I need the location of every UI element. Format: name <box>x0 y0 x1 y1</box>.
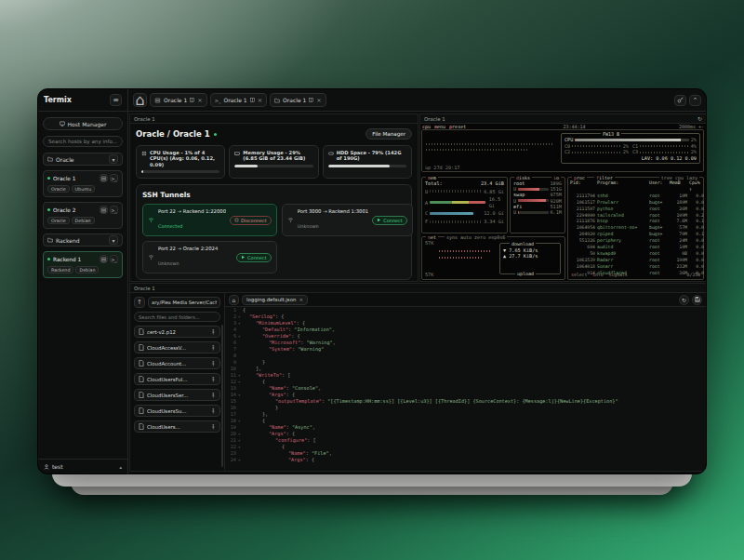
open-terminal-icon[interactable] <box>100 174 108 182</box>
stat-card-hdd: HDD Space - 79% (142G of 190G) <box>323 145 412 179</box>
tunnel-status: Connected <box>158 223 182 229</box>
code-line: 15 "outputTemplate": "[{Timestamp:HH:mm:… <box>225 398 706 405</box>
close-icon[interactable]: × <box>299 297 303 302</box>
pin-icon[interactable] <box>210 377 216 382</box>
code-line: 9 } <box>225 359 706 366</box>
host-item-oracle-2[interactable]: Oracle 2 >_ OracleDebian <box>43 202 123 229</box>
pane-label: Oracle 1 <box>134 286 155 291</box>
file-search-input[interactable] <box>134 312 220 322</box>
file-item[interactable]: CloudAccessV... <box>134 341 220 353</box>
terminal-prompt-icon[interactable]: >_ <box>110 206 118 214</box>
sidebar-footer[interactable]: test ▴ <box>38 459 127 473</box>
reload-file-icon[interactable]: ↻ <box>679 295 689 305</box>
pin-icon[interactable] <box>210 408 216 414</box>
open-terminal-icon[interactable] <box>100 255 108 263</box>
file-manager-button[interactable]: File Manager <box>365 128 412 140</box>
stop-icon <box>234 218 239 222</box>
hdd-icon <box>328 151 334 162</box>
file-manager-pane: Oracle 1 ↑ cert-v2.p12 CloudAccessV... C… <box>129 283 707 472</box>
host-tag: Ubuntu <box>72 185 96 193</box>
ssh-tunnels-title: SSH Tunnels <box>142 191 405 199</box>
pin-icon[interactable] <box>210 361 216 367</box>
disconnect-button[interactable]: Disconnect <box>230 216 272 225</box>
server-stats-pane: Oracle 1 Oracle / Oracle 1 File Manager … <box>129 113 418 282</box>
pin-icon[interactable] <box>210 393 216 398</box>
file-icon <box>139 344 144 351</box>
code-line: 12▾ { <box>225 379 706 385</box>
editor-home-icon[interactable]: ⌂ <box>229 295 239 305</box>
chevron-down-icon[interactable]: ▾ <box>109 154 118 164</box>
folder-icon <box>274 98 280 103</box>
editor-tab[interactable]: logging.default.json × <box>242 295 308 305</box>
file-item[interactable]: CloudUsers... <box>134 420 220 433</box>
btop-terminal[interactable]: cpumenupreset 23:44:142000ms +- up 27d 2… <box>420 124 706 281</box>
file-icon <box>139 328 144 335</box>
split-icon[interactable] <box>190 98 194 102</box>
chevron-down-icon[interactable]: ▾ <box>109 235 118 245</box>
chevron-up-icon[interactable]: ▴ <box>119 464 122 470</box>
code-line: 3▾ "MinimumLevel": { <box>225 320 706 327</box>
host-tag: Debian <box>72 217 95 224</box>
server-icon <box>154 98 161 103</box>
file-icon <box>139 360 144 367</box>
close-icon[interactable]: × <box>197 97 202 104</box>
pin-icon[interactable] <box>210 345 216 351</box>
collapse-icon[interactable]: ⌃ <box>689 95 701 106</box>
terminal-prompt-icon[interactable]: >_ <box>110 255 118 263</box>
folder-row-rackend[interactable]: Rackend▾ <box>43 233 123 247</box>
code-line: 8 <box>225 353 706 359</box>
host-item-oracle-1[interactable]: Oracle 1 >_ OracleUbuntu <box>43 170 123 197</box>
footer-username: test <box>52 463 63 470</box>
folder-row-oracle[interactable]: Oracle▾ <box>43 153 123 166</box>
close-icon[interactable]: × <box>316 97 321 104</box>
breadcrumb: Oracle / Oracle 1 <box>136 129 210 139</box>
stat-card-cpu: CPU Usage - 1% of 4 CPU(s) (Avg: 0.06, 0… <box>136 145 225 179</box>
menu-icon[interactable]: ≡ <box>110 94 122 106</box>
split-icon[interactable] <box>309 98 313 102</box>
tab-terminal-oracle-1[interactable]: >_ Oracle 1 × <box>210 93 267 107</box>
code-line: 5▾ "Override": { <box>225 333 706 340</box>
close-icon[interactable]: × <box>258 97 262 104</box>
tab-folder-oracle-1[interactable]: Oracle 1 × <box>270 93 326 107</box>
file-icon <box>139 423 144 430</box>
home-button[interactable]: ⌂ <box>133 93 147 107</box>
code-editor[interactable]: 1 {2▾ "Serilog": {3▾ "MinimumLevel": {4 … <box>225 307 706 471</box>
file-item[interactable]: CloudUsersSu... <box>134 405 220 417</box>
file-list-scrollbar[interactable] <box>221 325 223 467</box>
code-line: 18▾ { <box>225 418 706 424</box>
app-title: Termix <box>44 96 72 104</box>
code-line: 24▾ "Args": { <box>225 457 706 463</box>
file-item[interactable]: CloudAccount... <box>134 357 220 369</box>
code-line: 19 "Name": "Async", <box>225 424 706 431</box>
pin-icon[interactable] <box>210 329 216 335</box>
ssh-tunnel-row: Port 22 → Rackend 1:22000 Connected Disc… <box>142 204 277 236</box>
split-icon[interactable] <box>250 98 255 102</box>
path-input[interactable] <box>148 297 220 308</box>
signal-icon <box>287 218 294 223</box>
stat-progress <box>328 165 406 167</box>
file-browser-column: ↑ cert-v2.p12 CloudAccessV... CloudAccou… <box>130 293 225 471</box>
refresh-icon[interactable]: ↻ <box>698 115 702 122</box>
pin-icon[interactable] <box>210 424 216 430</box>
sidebar: Termix ≡ Host Manager Oracle▾ Oracle 1 >… <box>38 89 128 473</box>
code-line: 10 ], <box>225 366 706 372</box>
cpu-icon <box>141 151 147 168</box>
open-terminal-icon[interactable] <box>100 206 108 214</box>
connect-button[interactable]: Connect <box>372 216 407 225</box>
host-manager-button[interactable]: Host Manager <box>43 117 123 130</box>
tab-server-oracle-1[interactable]: Oracle 1 × <box>150 93 207 107</box>
host-search-input[interactable] <box>43 136 123 147</box>
stats-row: CPU Usage - 1% of 4 CPU(s) (Avg: 0.06, 0… <box>136 145 412 179</box>
save-icon[interactable] <box>692 295 702 305</box>
host-item-rackend-1[interactable]: Rackend 1 >_ RackendDebian <box>43 251 123 278</box>
folder-icon <box>47 156 53 162</box>
connect-button[interactable]: Connect <box>236 253 272 262</box>
terminal-prompt-icon[interactable]: >_ <box>110 174 118 182</box>
status-dot <box>214 133 217 136</box>
play-icon <box>377 218 381 222</box>
file-item[interactable]: cert-v2.p12 <box>134 326 220 338</box>
up-directory-button[interactable]: ↑ <box>134 297 145 308</box>
file-item[interactable]: CloudUsersFul... <box>134 373 220 385</box>
key-icon[interactable] <box>674 95 686 106</box>
file-item[interactable]: CloudUsersSer... <box>134 389 220 401</box>
